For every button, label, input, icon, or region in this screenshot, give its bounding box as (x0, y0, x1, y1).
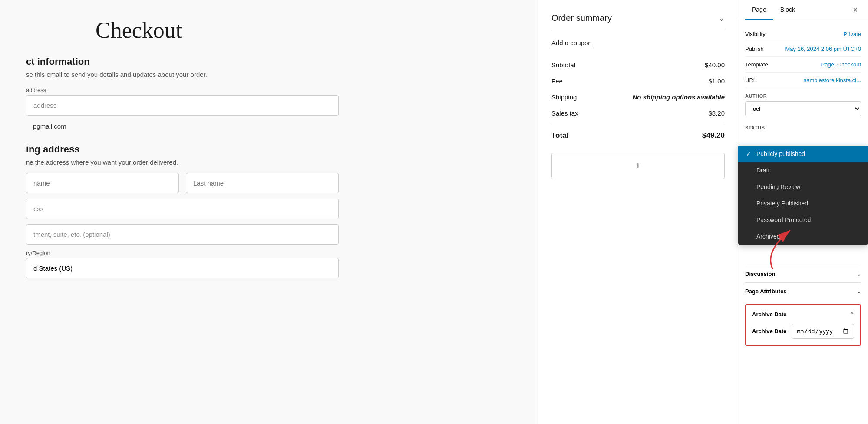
publish-value[interactable]: May 16, 2024 2:06 pm UTC+0 (781, 46, 861, 52)
contact-section: ct information se this email to send you… (26, 56, 512, 133)
url-label: URL (745, 77, 776, 83)
status-option-label-privately-published: Privately Published (756, 200, 808, 207)
chevron-up-icon-archive: ⌃ (850, 311, 854, 318)
wp-sidebar: Page Block × Visibility Private Publish … (738, 0, 868, 424)
status-option-label-publicly-published: Publicly published (756, 150, 805, 157)
sidebar-content: Visibility Private Publish May 16, 2024 … (738, 20, 868, 424)
order-panel: Order summary ⌄ Add a coupon Subtotal $4… (538, 0, 738, 424)
billing-heading: ing address (26, 144, 512, 155)
email-value: pgmail.com (26, 121, 512, 133)
address-input[interactable] (26, 199, 339, 219)
status-option-publicly-published[interactable]: ✓ Publicly published (738, 146, 868, 162)
checkmark-icon: ✓ (746, 150, 753, 157)
status-option-label-archived: Archived (756, 233, 780, 240)
sales-tax-value: $8.20 (708, 109, 725, 117)
author-label: AUTHOR (745, 93, 861, 99)
status-option-draft[interactable]: Draft (738, 162, 868, 179)
tab-page[interactable]: Page (745, 0, 773, 20)
fee-row: Fee $1.00 (551, 73, 725, 89)
subtotal-row: Subtotal $40.00 (551, 57, 725, 73)
total-label: Total (551, 131, 568, 140)
order-summary-header: Order summary ⌄ (551, 13, 725, 30)
contact-description: se this email to send you details and up… (26, 71, 512, 78)
status-dropdown: ✓ Publicly published Draft Pending Revie… (738, 146, 868, 245)
archive-date-section: Archive Date ⌃ Archive Date (745, 304, 861, 346)
status-label: STATUS (745, 125, 861, 130)
billing-description: ne the address where you want your order… (26, 159, 512, 166)
order-summary-title: Order summary (551, 13, 612, 23)
add-coupon-link[interactable]: Add a coupon (551, 39, 592, 46)
fee-label: Fee (551, 77, 563, 85)
shipping-label: Shipping (551, 93, 577, 101)
chevron-down-icon[interactable]: ⌄ (718, 13, 725, 23)
status-option-privately-published[interactable]: Privately Published (738, 195, 868, 212)
email-label: address (26, 87, 512, 93)
sales-tax-label: Sales tax (551, 109, 578, 117)
status-option-label-password-protected: Password Protected (756, 216, 811, 223)
archive-date-input[interactable] (792, 324, 854, 339)
author-select[interactable]: joel (745, 101, 861, 116)
status-option-pending-review[interactable]: Pending Review (738, 179, 868, 195)
email-input[interactable] (26, 95, 339, 116)
visibility-row: Visibility Private (745, 27, 861, 41)
status-option-password-protected[interactable]: Password Protected (738, 212, 868, 228)
visibility-label: Visibility (745, 31, 766, 37)
country-field: ry/Region (26, 250, 339, 278)
discussion-collapsible[interactable]: Discussion ⌄ (745, 265, 861, 282)
close-button[interactable]: × (849, 2, 861, 18)
status-option-label-pending-review: Pending Review (756, 183, 800, 190)
chevron-down-icon-page-attrs: ⌄ (857, 288, 861, 295)
last-name-input[interactable] (186, 173, 339, 193)
add-button[interactable]: + (551, 153, 725, 179)
publish-row: Publish May 16, 2024 2:06 pm UTC+0 (745, 41, 861, 57)
status-option-archived[interactable]: Archived (738, 228, 868, 245)
template-label: Template (745, 61, 776, 68)
country-label: ry/Region (26, 250, 339, 256)
name-row (26, 173, 339, 193)
template-value[interactable]: Page: Checkout (781, 61, 861, 68)
archive-date-heading: Archive Date (752, 311, 786, 318)
page-attributes-label: Page Attributes (745, 288, 787, 295)
status-option-label-draft: Draft (756, 167, 769, 174)
billing-section: ing address ne the address where you wan… (26, 144, 512, 278)
subtotal-label: Subtotal (551, 61, 575, 69)
tab-group: Page Block (745, 0, 802, 20)
visibility-value[interactable]: Private (844, 31, 861, 37)
sidebar-tabs: Page Block × (738, 0, 868, 20)
publish-label: Publish (745, 46, 776, 52)
url-row: URL samplestore.kinsta.cl... (745, 73, 861, 88)
shipping-value: No shipping options available (632, 93, 725, 101)
archive-date-title[interactable]: Archive Date ⌃ (752, 311, 854, 318)
page-attributes-collapsible[interactable]: Page Attributes ⌄ (745, 282, 861, 300)
country-row: ry/Region (26, 250, 339, 278)
template-row: Template Page: Checkout (745, 57, 861, 73)
archive-date-field-label: Archive Date (752, 328, 786, 335)
contact-heading: ct information (26, 56, 512, 67)
subtotal-value: $40.00 (705, 61, 725, 69)
total-value: $49.20 (702, 131, 725, 140)
page-title: Checkout (96, 17, 512, 43)
url-value[interactable]: samplestore.kinsta.cl... (781, 77, 861, 83)
apt-input[interactable] (26, 224, 339, 245)
discussion-label: Discussion (745, 271, 775, 277)
chevron-down-icon-discussion: ⌄ (857, 271, 861, 277)
fee-value: $1.00 (708, 77, 725, 85)
archive-date-field: Archive Date (752, 324, 854, 339)
order-rows: Subtotal $40.00 Fee $1.00 Shipping No sh… (551, 57, 725, 144)
country-input[interactable] (26, 258, 339, 278)
shipping-row: Shipping No shipping options available (551, 89, 725, 105)
tab-block[interactable]: Block (773, 0, 802, 20)
first-name-input[interactable] (26, 173, 179, 193)
total-row: Total $49.20 (551, 125, 725, 144)
sales-tax-row: Sales tax $8.20 (551, 105, 725, 121)
